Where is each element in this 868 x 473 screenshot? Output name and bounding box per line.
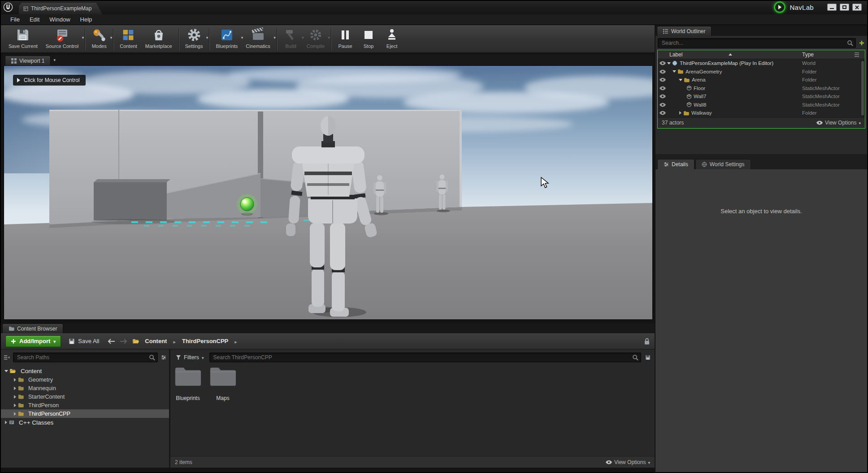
blueprints-icon	[219, 27, 234, 43]
add-actor-icon[interactable]	[859, 40, 865, 46]
panel-options-icon[interactable]	[161, 355, 166, 360]
collapsed-arrow-icon[interactable]	[14, 395, 16, 399]
modes-button[interactable]: Modes	[87, 27, 111, 49]
save-icon	[15, 27, 30, 43]
tab-details[interactable]: Details	[657, 159, 694, 169]
filters-label: Filters	[184, 354, 199, 361]
asset-search-input[interactable]	[209, 353, 641, 362]
cinematics-button[interactable]: Cinematics	[242, 27, 274, 49]
visibility-eye-icon[interactable]	[659, 103, 666, 107]
outliner-row[interactable]: ArenaGeometry Folder	[658, 68, 865, 76]
outliner-row[interactable]: Wall8 StaticMeshActor	[658, 101, 865, 109]
tree-item-thirdperson[interactable]: ThirdPerson	[1, 401, 169, 409]
add-import-button[interactable]: Add/Import	[5, 335, 61, 347]
menu-edit[interactable]: Edit	[25, 15, 44, 24]
expanded-arrow-icon[interactable]	[679, 79, 682, 81]
minimize-button[interactable]	[827, 4, 837, 11]
lock-icon[interactable]	[644, 338, 650, 345]
details-empty-message: Select an object to view details.	[655, 208, 867, 215]
outliner-search-input[interactable]	[658, 38, 856, 48]
visibility-eye-icon[interactable]	[659, 61, 666, 65]
tree-item-content-root[interactable]: Content	[1, 366, 169, 375]
forward-arrow-icon[interactable]	[120, 339, 127, 344]
visibility-eye-icon[interactable]	[659, 94, 666, 99]
save-current-button[interactable]: Save Current	[4, 27, 42, 49]
collapsed-arrow-icon[interactable]	[679, 111, 681, 115]
column-options-icon[interactable]	[854, 52, 859, 57]
asset-folder-blueprints[interactable]: Blueprints	[173, 365, 203, 401]
expanded-arrow-icon[interactable]	[667, 62, 671, 64]
collapsed-arrow-icon[interactable]	[14, 412, 16, 416]
close-button[interactable]	[852, 4, 862, 11]
toolbar-button-label: Modes	[92, 43, 107, 49]
search-paths-input[interactable]	[13, 353, 158, 362]
blueprints-button[interactable]: Blueprints	[212, 27, 242, 49]
outliner-row[interactable]: Walkway Folder	[658, 109, 865, 117]
visibility-eye-icon[interactable]	[659, 86, 666, 90]
expanded-arrow-icon[interactable]	[673, 70, 676, 73]
content-browser-tab[interactable]: Content Browser	[2, 323, 63, 333]
visibility-eye-icon[interactable]	[659, 69, 666, 74]
pause-button[interactable]: Pause	[334, 27, 357, 49]
outliner-column-header[interactable]: Label Type	[658, 50, 865, 59]
tab-options-chevron-icon[interactable]	[53, 55, 56, 63]
menu-file[interactable]: File	[5, 15, 25, 24]
back-arrow-icon[interactable]	[108, 339, 115, 344]
cb-view-options-button[interactable]: View Options	[606, 459, 650, 465]
collapsed-arrow-icon[interactable]	[5, 421, 7, 424]
label-column-header[interactable]: Label	[669, 52, 682, 58]
sources-toggle-icon[interactable]	[4, 355, 10, 360]
tree-item-startercontent[interactable]: StarterContent	[1, 392, 169, 401]
viewport-tab[interactable]: Viewport 1	[5, 56, 51, 65]
tree-item-thirdpersoncpp[interactable]: ThirdPersonCPP	[1, 409, 169, 418]
outliner-row[interactable]: Wall7 StaticMeshActor	[658, 92, 865, 101]
outliner-row[interactable]: Arena Folder	[658, 76, 865, 84]
outliner-row[interactable]: ThirdPersonExampleMap (Play In Editor) W…	[658, 59, 865, 68]
toolbar-separator	[85, 28, 85, 51]
marketplace-button[interactable]: Marketplace	[141, 27, 176, 49]
stop-button[interactable]: Stop	[357, 27, 380, 49]
minimize-icon	[830, 8, 834, 9]
maximize-button[interactable]	[840, 4, 849, 11]
tree-item-label: Mannequin	[28, 385, 56, 391]
outliner-view-options-button[interactable]: View Options	[816, 120, 861, 126]
tree-item-geometry[interactable]: Geometry	[1, 375, 169, 384]
asset-folder-maps[interactable]: Maps	[208, 365, 238, 401]
build-button[interactable]: Build	[279, 27, 303, 49]
pause-icon	[338, 27, 353, 43]
content-button[interactable]: Content	[116, 27, 141, 49]
toolbar-separator	[178, 28, 179, 51]
tree-item-cpp-classes[interactable]: C++ Classes	[1, 418, 169, 427]
path-picker-button[interactable]	[132, 338, 139, 344]
save-all-button[interactable]: Save All	[66, 338, 101, 345]
expanded-arrow-icon[interactable]	[4, 370, 8, 372]
save-search-icon[interactable]	[645, 354, 651, 361]
collapsed-arrow-icon[interactable]	[14, 378, 16, 382]
menu-window[interactable]: Window	[44, 15, 75, 24]
outliner-scrollbar[interactable]	[861, 60, 864, 116]
tree-item-mannequin[interactable]: Mannequin	[1, 384, 169, 392]
breadcrumb-content[interactable]: Content	[145, 338, 167, 344]
collapsed-arrow-icon[interactable]	[14, 387, 16, 390]
world-outliner-tab[interactable]: World Outliner	[657, 26, 712, 36]
world-outliner-tab-label: World Outliner	[671, 28, 705, 34]
outliner-row[interactable]: Floor StaticMeshActor	[658, 84, 865, 93]
map-title-tab[interactable]: ThirdPersonExampleMap	[19, 3, 102, 14]
eject-button[interactable]: Eject	[380, 27, 404, 49]
visibility-eye-icon[interactable]	[659, 77, 666, 82]
collapsed-arrow-icon[interactable]	[14, 404, 16, 407]
tab-world-settings[interactable]: World Settings	[695, 159, 751, 169]
viewport-3d-scene[interactable]: Click for Mouse Control	[4, 65, 653, 320]
breadcrumb-thirdpersoncpp[interactable]: ThirdPersonCPP	[182, 338, 228, 344]
menu-help[interactable]: Help	[75, 15, 97, 24]
compile-button[interactable]: Compile	[303, 27, 329, 49]
view-options-label: View Options	[614, 459, 646, 465]
settings-button[interactable]: Settings	[181, 27, 207, 49]
breadcrumb-arrow-icon[interactable]	[234, 337, 237, 345]
source-control-button[interactable]: Source Control	[42, 27, 82, 49]
filters-button[interactable]: Filters	[174, 354, 206, 361]
visibility-eye-icon[interactable]	[659, 111, 666, 115]
mouse-cursor	[540, 177, 550, 189]
type-column-header[interactable]: Type	[802, 52, 814, 58]
breadcrumb-arrow-icon[interactable]	[173, 337, 176, 345]
